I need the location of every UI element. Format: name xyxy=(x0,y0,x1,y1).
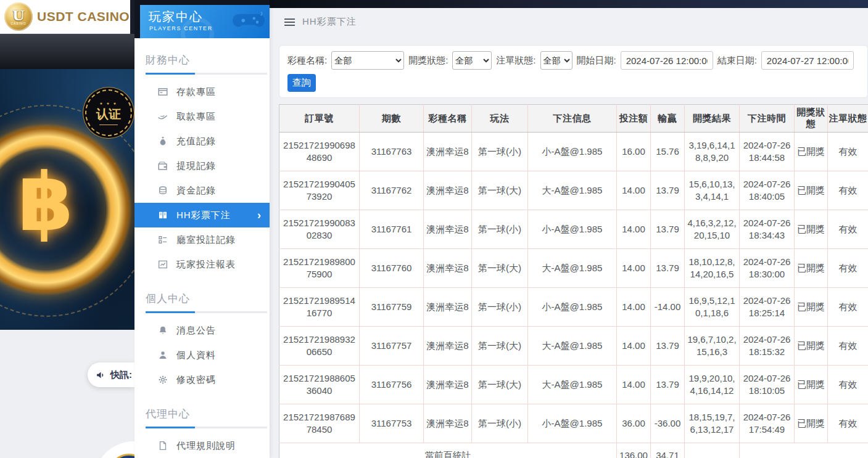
table-cell: 澳洲幸运8 xyxy=(424,171,472,210)
table-cell: 已開獎 xyxy=(795,249,828,288)
table-cell: 2152172198768978450 xyxy=(279,404,360,443)
top-dark-strip xyxy=(270,0,868,8)
table-cell: -36.00 xyxy=(651,404,685,443)
table-cell: 16,9,5,12,10,1,18,6 xyxy=(685,288,740,327)
draw-status-select[interactable]: 全部 xyxy=(452,51,492,70)
table-cell: 大-A盤@1.985 xyxy=(528,171,617,210)
sidebar-menu: 財務中心存款專區取款專區充值記錄提現記錄資金記錄HH彩票下注›廳室投註記錄玩家投… xyxy=(134,38,270,458)
sidebar-item-announcements[interactable]: 消息公告 xyxy=(134,318,270,343)
bell-icon xyxy=(157,325,168,336)
table-cell: 2024-07-26 18:25:14 xyxy=(740,288,795,327)
table-cell: 4,16,3,2,12,20,15,10 xyxy=(685,210,740,249)
table-cell: 小-A盤@1.985 xyxy=(528,288,617,327)
deposit-card-icon xyxy=(157,86,168,97)
summary-bet-total: 136.00 xyxy=(617,443,651,458)
sidebar-item-profile[interactable]: 個人資料 xyxy=(134,343,270,367)
table-cell: 2024-07-26 18:34:43 xyxy=(740,210,795,249)
table-cell: 13.79 xyxy=(651,249,685,288)
table-cell: -14.00 xyxy=(651,288,685,327)
table-cell: 15,6,10,13,3,4,14,1 xyxy=(685,171,740,210)
sidebar-item-change-password[interactable]: 修改密碼 xyxy=(134,367,270,392)
column-header: 玩法 xyxy=(472,105,528,133)
coins-icon xyxy=(157,185,168,196)
table-cell: 第一球(小) xyxy=(472,133,528,171)
left-dark-band xyxy=(0,34,134,69)
table-cell: 2152172199008302830 xyxy=(279,210,360,249)
brand-name: USDT CASINO xyxy=(37,9,130,24)
table-row: 215217219906984869031167763澳洲幸运8第一球(小)小-… xyxy=(279,133,868,171)
table-cell: 有效 xyxy=(828,288,868,327)
table-cell: 19,6,7,10,2,15,16,3 xyxy=(685,327,740,366)
table-cell: 18,15,19,7,6,13,12,17 xyxy=(685,404,740,443)
withdraw-hand-icon xyxy=(157,111,168,122)
sidebar-item-funds-records[interactable]: 資金記錄 xyxy=(134,178,270,203)
verified-badge: ★ ★ ★ 认证 xyxy=(85,89,132,136)
table-cell: 小-A盤@1.985 xyxy=(528,210,617,249)
menu-toggle-icon[interactable] xyxy=(284,18,295,26)
report-chart-icon xyxy=(157,259,168,270)
table-cell: 有效 xyxy=(828,249,868,288)
column-header: 開獎結果 xyxy=(685,105,740,133)
sidebar-item-withdraw-records[interactable]: 提現記錄 xyxy=(134,153,270,178)
table-cell: 第一球(大) xyxy=(472,171,528,210)
table-cell: 大-A盤@1.985 xyxy=(528,366,617,404)
sidebar-item-agent-rules[interactable]: 代理規則說明 xyxy=(134,433,270,458)
sidebar-item-label: 代理規則說明 xyxy=(176,440,236,452)
filter-panel: 彩種名稱: 全部 開獎狀態: 全部 注單狀態: 全部 開始日期: 結束日期: 查… xyxy=(279,45,868,98)
search-button[interactable]: 查詢 xyxy=(287,74,316,92)
gamepad-icon xyxy=(231,9,266,34)
table-cell: 2152172198893206650 xyxy=(279,327,360,366)
table-cell: 有效 xyxy=(828,366,868,404)
table-cell: 2152172199040573920 xyxy=(279,171,360,210)
sidebar-top-strip xyxy=(134,0,270,5)
section-underline xyxy=(146,73,267,75)
lottery-name-select[interactable]: 全部 xyxy=(331,51,404,70)
wallet-icon xyxy=(157,160,168,171)
column-header: 注單狀態 xyxy=(828,105,868,133)
person-icon xyxy=(157,350,168,361)
order-status-select[interactable]: 全部 xyxy=(540,51,572,70)
bitcoin-banner-image: ฿ ★ ★ ★ 认证 xyxy=(0,69,134,330)
table-cell: 14.00 xyxy=(617,288,651,327)
sidebar-item-label: 修改密碼 xyxy=(176,374,216,386)
table-cell: 2152172198951416770 xyxy=(279,288,360,327)
speaker-icon xyxy=(96,370,106,380)
sidebar-header: 玩家中心 PLAYERS CENTER xyxy=(140,5,270,38)
draw-status-label: 開獎狀態: xyxy=(408,55,448,67)
sidebar-item-hall-bet-records[interactable]: 廳室投註記錄 xyxy=(134,227,270,252)
bets-table-wrap: 訂單號期數彩種名稱玩法下注信息投注額輸贏開獎結果下注時間開獎狀態注單狀態2152… xyxy=(279,104,868,458)
sidebar-item-label: 個人資料 xyxy=(176,350,216,361)
chevron-right-icon: › xyxy=(257,210,261,221)
summary-empty-cell xyxy=(685,443,740,458)
end-date-input[interactable] xyxy=(761,51,854,70)
badge-stars: ★ ★ ★ xyxy=(99,101,117,105)
table-row: 215217219886053604031167756澳洲幸运8第一球(大)大-… xyxy=(279,366,868,404)
sidebar-item-recharge-records[interactable]: 充值記錄 xyxy=(134,129,270,153)
order-status-label: 注單狀態: xyxy=(496,55,535,67)
sidebar-item-deposit-zone[interactable]: 存款專區 xyxy=(134,80,270,104)
column-header: 下注時間 xyxy=(740,105,795,133)
table-cell: 有效 xyxy=(828,133,868,171)
table-summary-row: 當前頁統計136.0034.71 xyxy=(279,443,868,458)
column-header: 下注信息 xyxy=(528,105,617,133)
table-cell: 澳洲幸运8 xyxy=(424,249,472,288)
sidebar-item-label: 資金記錄 xyxy=(176,185,216,197)
table-cell: 13.79 xyxy=(651,327,685,366)
sidebar-section-title: 代理中心 xyxy=(146,407,258,421)
sidebar-item-player-bet-report[interactable]: 玩家投注報表 xyxy=(134,252,270,277)
table-cell: 2024-07-26 18:10:05 xyxy=(740,366,795,404)
table-cell: 第一球(大) xyxy=(472,249,528,288)
table-cell: 澳洲幸运8 xyxy=(424,327,472,366)
table-cell: 大-A盤@1.985 xyxy=(528,249,617,288)
badge-text: 认证 xyxy=(96,106,121,123)
table-cell: 已開獎 xyxy=(795,327,828,366)
sidebar-item-hh-lottery-bets[interactable]: HH彩票下注› xyxy=(134,203,270,227)
start-date-input[interactable] xyxy=(621,51,713,70)
sidebar-item-withdraw-zone[interactable]: 取款專區 xyxy=(134,104,270,129)
table-cell: 14.00 xyxy=(617,249,651,288)
coin-sub-label: CASINO xyxy=(10,22,26,25)
table-cell: 有效 xyxy=(828,404,868,443)
table-cell: 第一球(小) xyxy=(472,404,528,443)
main-content: HH彩票下注 彩種名稱: 全部 開獎狀態: 全部 注單狀態: 全部 開始日期: … xyxy=(270,0,868,458)
summary-label: 當前頁統計 xyxy=(279,443,617,458)
